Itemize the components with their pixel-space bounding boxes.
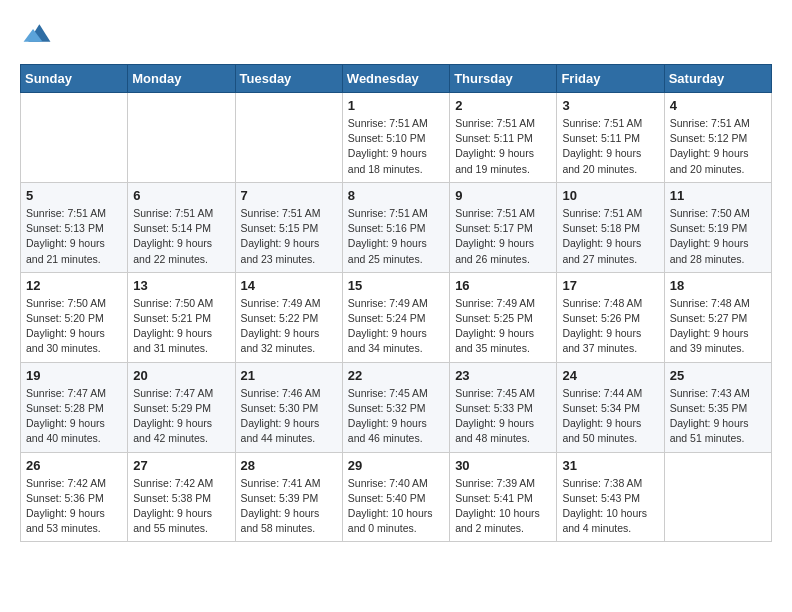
day-info: Sunrise: 7:49 AM Sunset: 5:25 PM Dayligh… <box>455 296 551 357</box>
calendar-cell: 31Sunrise: 7:38 AM Sunset: 5:43 PM Dayli… <box>557 452 664 542</box>
day-info: Sunrise: 7:45 AM Sunset: 5:33 PM Dayligh… <box>455 386 551 447</box>
day-number: 10 <box>562 188 658 203</box>
day-number: 4 <box>670 98 766 113</box>
calendar-cell: 29Sunrise: 7:40 AM Sunset: 5:40 PM Dayli… <box>342 452 449 542</box>
calendar-cell: 25Sunrise: 7:43 AM Sunset: 5:35 PM Dayli… <box>664 362 771 452</box>
day-info: Sunrise: 7:47 AM Sunset: 5:29 PM Dayligh… <box>133 386 229 447</box>
day-number: 29 <box>348 458 444 473</box>
calendar: SundayMondayTuesdayWednesdayThursdayFrid… <box>20 64 772 542</box>
calendar-cell: 3Sunrise: 7:51 AM Sunset: 5:11 PM Daylig… <box>557 93 664 183</box>
day-number: 17 <box>562 278 658 293</box>
day-info: Sunrise: 7:51 AM Sunset: 5:11 PM Dayligh… <box>455 116 551 177</box>
day-number: 14 <box>241 278 337 293</box>
calendar-week-row: 19Sunrise: 7:47 AM Sunset: 5:28 PM Dayli… <box>21 362 772 452</box>
day-number: 21 <box>241 368 337 383</box>
calendar-cell: 26Sunrise: 7:42 AM Sunset: 5:36 PM Dayli… <box>21 452 128 542</box>
day-info: Sunrise: 7:50 AM Sunset: 5:20 PM Dayligh… <box>26 296 122 357</box>
day-info: Sunrise: 7:42 AM Sunset: 5:36 PM Dayligh… <box>26 476 122 537</box>
calendar-cell: 14Sunrise: 7:49 AM Sunset: 5:22 PM Dayli… <box>235 272 342 362</box>
day-number: 13 <box>133 278 229 293</box>
day-number: 16 <box>455 278 551 293</box>
day-info: Sunrise: 7:43 AM Sunset: 5:35 PM Dayligh… <box>670 386 766 447</box>
day-number: 18 <box>670 278 766 293</box>
day-info: Sunrise: 7:51 AM Sunset: 5:17 PM Dayligh… <box>455 206 551 267</box>
calendar-cell: 18Sunrise: 7:48 AM Sunset: 5:27 PM Dayli… <box>664 272 771 362</box>
calendar-cell: 30Sunrise: 7:39 AM Sunset: 5:41 PM Dayli… <box>450 452 557 542</box>
day-number: 23 <box>455 368 551 383</box>
day-number: 5 <box>26 188 122 203</box>
calendar-cell: 27Sunrise: 7:42 AM Sunset: 5:38 PM Dayli… <box>128 452 235 542</box>
weekday-header: Monday <box>128 65 235 93</box>
logo <box>20 18 52 54</box>
calendar-cell: 19Sunrise: 7:47 AM Sunset: 5:28 PM Dayli… <box>21 362 128 452</box>
calendar-cell: 20Sunrise: 7:47 AM Sunset: 5:29 PM Dayli… <box>128 362 235 452</box>
day-number: 1 <box>348 98 444 113</box>
header <box>20 18 772 54</box>
weekday-header: Saturday <box>664 65 771 93</box>
day-info: Sunrise: 7:44 AM Sunset: 5:34 PM Dayligh… <box>562 386 658 447</box>
calendar-cell: 4Sunrise: 7:51 AM Sunset: 5:12 PM Daylig… <box>664 93 771 183</box>
weekday-header-row: SundayMondayTuesdayWednesdayThursdayFrid… <box>21 65 772 93</box>
day-number: 9 <box>455 188 551 203</box>
calendar-cell: 8Sunrise: 7:51 AM Sunset: 5:16 PM Daylig… <box>342 182 449 272</box>
calendar-cell <box>21 93 128 183</box>
day-info: Sunrise: 7:51 AM Sunset: 5:15 PM Dayligh… <box>241 206 337 267</box>
logo-icon <box>22 18 52 48</box>
day-number: 28 <box>241 458 337 473</box>
day-number: 19 <box>26 368 122 383</box>
day-info: Sunrise: 7:51 AM Sunset: 5:13 PM Dayligh… <box>26 206 122 267</box>
day-info: Sunrise: 7:48 AM Sunset: 5:26 PM Dayligh… <box>562 296 658 357</box>
day-info: Sunrise: 7:51 AM Sunset: 5:16 PM Dayligh… <box>348 206 444 267</box>
calendar-cell <box>128 93 235 183</box>
day-number: 26 <box>26 458 122 473</box>
day-number: 22 <box>348 368 444 383</box>
weekday-header: Thursday <box>450 65 557 93</box>
weekday-header: Wednesday <box>342 65 449 93</box>
calendar-cell: 17Sunrise: 7:48 AM Sunset: 5:26 PM Dayli… <box>557 272 664 362</box>
day-number: 31 <box>562 458 658 473</box>
calendar-cell: 11Sunrise: 7:50 AM Sunset: 5:19 PM Dayli… <box>664 182 771 272</box>
day-number: 24 <box>562 368 658 383</box>
calendar-cell: 15Sunrise: 7:49 AM Sunset: 5:24 PM Dayli… <box>342 272 449 362</box>
calendar-cell: 5Sunrise: 7:51 AM Sunset: 5:13 PM Daylig… <box>21 182 128 272</box>
calendar-cell: 16Sunrise: 7:49 AM Sunset: 5:25 PM Dayli… <box>450 272 557 362</box>
calendar-week-row: 1Sunrise: 7:51 AM Sunset: 5:10 PM Daylig… <box>21 93 772 183</box>
calendar-cell: 6Sunrise: 7:51 AM Sunset: 5:14 PM Daylig… <box>128 182 235 272</box>
calendar-cell: 9Sunrise: 7:51 AM Sunset: 5:17 PM Daylig… <box>450 182 557 272</box>
day-info: Sunrise: 7:50 AM Sunset: 5:21 PM Dayligh… <box>133 296 229 357</box>
day-number: 30 <box>455 458 551 473</box>
calendar-cell: 13Sunrise: 7:50 AM Sunset: 5:21 PM Dayli… <box>128 272 235 362</box>
day-number: 7 <box>241 188 337 203</box>
calendar-cell <box>235 93 342 183</box>
weekday-header: Tuesday <box>235 65 342 93</box>
day-info: Sunrise: 7:51 AM Sunset: 5:14 PM Dayligh… <box>133 206 229 267</box>
calendar-cell: 21Sunrise: 7:46 AM Sunset: 5:30 PM Dayli… <box>235 362 342 452</box>
day-number: 11 <box>670 188 766 203</box>
calendar-cell: 12Sunrise: 7:50 AM Sunset: 5:20 PM Dayli… <box>21 272 128 362</box>
weekday-header: Sunday <box>21 65 128 93</box>
day-info: Sunrise: 7:50 AM Sunset: 5:19 PM Dayligh… <box>670 206 766 267</box>
calendar-cell <box>664 452 771 542</box>
day-info: Sunrise: 7:38 AM Sunset: 5:43 PM Dayligh… <box>562 476 658 537</box>
day-info: Sunrise: 7:48 AM Sunset: 5:27 PM Dayligh… <box>670 296 766 357</box>
calendar-cell: 23Sunrise: 7:45 AM Sunset: 5:33 PM Dayli… <box>450 362 557 452</box>
day-info: Sunrise: 7:49 AM Sunset: 5:22 PM Dayligh… <box>241 296 337 357</box>
day-info: Sunrise: 7:51 AM Sunset: 5:18 PM Dayligh… <box>562 206 658 267</box>
day-number: 3 <box>562 98 658 113</box>
day-info: Sunrise: 7:42 AM Sunset: 5:38 PM Dayligh… <box>133 476 229 537</box>
calendar-cell: 28Sunrise: 7:41 AM Sunset: 5:39 PM Dayli… <box>235 452 342 542</box>
calendar-cell: 24Sunrise: 7:44 AM Sunset: 5:34 PM Dayli… <box>557 362 664 452</box>
day-number: 2 <box>455 98 551 113</box>
calendar-cell: 2Sunrise: 7:51 AM Sunset: 5:11 PM Daylig… <box>450 93 557 183</box>
weekday-header: Friday <box>557 65 664 93</box>
calendar-cell: 22Sunrise: 7:45 AM Sunset: 5:32 PM Dayli… <box>342 362 449 452</box>
day-number: 27 <box>133 458 229 473</box>
calendar-cell: 10Sunrise: 7:51 AM Sunset: 5:18 PM Dayli… <box>557 182 664 272</box>
day-info: Sunrise: 7:45 AM Sunset: 5:32 PM Dayligh… <box>348 386 444 447</box>
day-info: Sunrise: 7:51 AM Sunset: 5:10 PM Dayligh… <box>348 116 444 177</box>
calendar-cell: 7Sunrise: 7:51 AM Sunset: 5:15 PM Daylig… <box>235 182 342 272</box>
day-info: Sunrise: 7:47 AM Sunset: 5:28 PM Dayligh… <box>26 386 122 447</box>
calendar-cell: 1Sunrise: 7:51 AM Sunset: 5:10 PM Daylig… <box>342 93 449 183</box>
day-number: 25 <box>670 368 766 383</box>
day-info: Sunrise: 7:46 AM Sunset: 5:30 PM Dayligh… <box>241 386 337 447</box>
